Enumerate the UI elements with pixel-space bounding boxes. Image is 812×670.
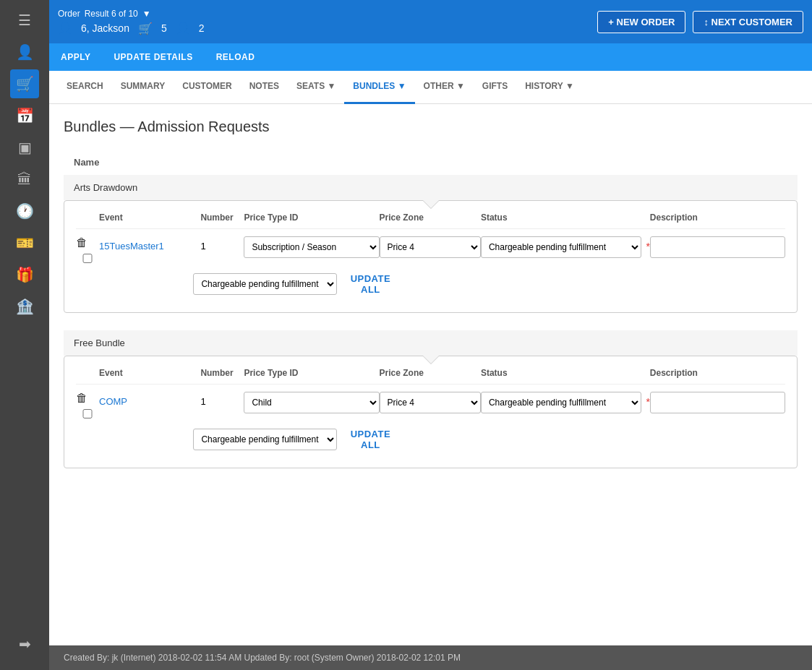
bundle-col-headers-1: Event Number Price Type ID Price Zone St…: [76, 368, 785, 385]
user-icon[interactable]: 👤: [10, 38, 39, 66]
customer-name: 6, Jackson: [81, 22, 129, 34]
col-price-type-header-1: Price Type ID: [244, 368, 379, 378]
col-event-header-1: Event: [99, 368, 200, 378]
col-event-header: Event: [99, 212, 200, 223]
clock-icon[interactable]: 🕐: [10, 197, 39, 226]
row-status-1: Chargeable pending fulfillment Fulfilled…: [481, 392, 650, 413]
row-price-zone-1: Price 4 Price 3 Price 2 Price 1: [380, 392, 481, 413]
apply-button[interactable]: APPLY: [58, 46, 93, 68]
order-info: Order Result 6 of 10 ▼: [58, 9, 205, 19]
logout-icon[interactable]: ➡: [10, 630, 39, 658]
status-select-1[interactable]: Chargeable pending fulfillment Fulfilled…: [481, 392, 642, 413]
cart-icon[interactable]: 🛒: [10, 69, 39, 98]
chevron-down-icon[interactable]: ▼: [142, 9, 151, 19]
page-content: Bundles — Admission Requests Name Arts D…: [49, 104, 812, 645]
update-all-inner-0: Chargeable pending fulfillment Fulfilled…: [99, 270, 398, 298]
bundle-table-1: Event Number Price Type ID Price Zone St…: [64, 356, 798, 468]
delete-icon-1[interactable]: 🗑: [76, 392, 99, 405]
row-price-type-1: Child Subscription / Season Adult COMP: [244, 392, 379, 413]
bundle-table-0: Event Number Price Type ID Price Zone St…: [64, 200, 798, 313]
bundle-name-1: Free Bundle: [64, 330, 798, 356]
row-event-1[interactable]: COMP: [99, 392, 200, 407]
update-all-status-select-1[interactable]: Chargeable pending fulfillment Fulfilled…: [193, 429, 337, 450]
dashboard-icon[interactable]: ▣: [10, 133, 39, 162]
tab-other[interactable]: OTHER ▼: [415, 71, 474, 104]
bundle-section-0: Name Arts Drawdown Event Number Price Ty…: [64, 150, 798, 313]
topbar-buttons: + NEW ORDER ↕ NEXT CUSTOMER: [597, 11, 803, 33]
description-input-0[interactable]: [650, 236, 785, 258]
delete-icon[interactable]: 🗑: [76, 236, 99, 249]
tab-gifts[interactable]: GIFTS: [474, 71, 516, 104]
col-desc-header-1: Description: [650, 368, 785, 378]
page-title: Bundles — Admission Requests: [64, 119, 798, 135]
sidebar: ☰ 👤 🛒 📅 ▣ 🏛 🕐 🎫 🎁 🏦 ➡: [0, 0, 49, 670]
col-number-header: Number: [200, 212, 244, 223]
update-all-button-1[interactable]: UPDATE ALL: [343, 426, 398, 453]
bank-icon[interactable]: 🏦: [10, 292, 39, 321]
tab-seats[interactable]: SEATS ▼: [288, 71, 344, 104]
tab-bundles[interactable]: BUNDLES ▼: [344, 71, 414, 104]
update-all-status-select-0[interactable]: Chargeable pending fulfillment Fulfilled…: [193, 273, 337, 295]
footer: Created By: jk (Internet) 2018-02-02 11:…: [49, 645, 812, 670]
tab-customer[interactable]: CUSTOMER: [174, 71, 240, 104]
status-select-0[interactable]: Chargeable pending fulfillment Fulfilled…: [481, 236, 642, 258]
price-zone-select-1[interactable]: Price 4 Price 3 Price 2 Price 1: [380, 392, 481, 413]
update-details-button[interactable]: UPDATE DETAILS: [111, 46, 195, 68]
building-icon[interactable]: 🏛: [10, 165, 39, 194]
topbar: Order Result 6 of 10 ▼ 👤 6, Jackson 🛒 5 …: [49, 0, 812, 43]
gift-icon[interactable]: 🎁: [10, 260, 39, 289]
col-number-header-1: Number: [200, 368, 244, 378]
topbar-left: Order Result 6 of 10 ▼ 👤 6, Jackson 🛒 5 …: [58, 9, 205, 35]
tab-summary[interactable]: SUMMARY: [112, 71, 174, 104]
tag-icon[interactable]: 🎫: [10, 228, 39, 257]
update-all-row-0: Chargeable pending fulfillment Fulfilled…: [76, 263, 785, 301]
bundle-name-0: Arts Drawdown: [64, 175, 798, 200]
menu-icon[interactable]: ☰: [10, 6, 39, 35]
update-all-row-1: Chargeable pending fulfillment Fulfilled…: [76, 418, 785, 456]
price-type-select-1[interactable]: Child Subscription / Season Adult COMP: [244, 392, 379, 413]
seats-icon: 👤: [176, 22, 190, 35]
tab-notes[interactable]: NOTES: [241, 71, 288, 104]
update-all-inner-1: Chargeable pending fulfillment Fulfilled…: [99, 426, 398, 453]
row-event-0[interactable]: 15TuesMaster1: [99, 236, 200, 252]
price-zone-select-0[interactable]: Price 4 Price 3 Price 2 Price 1: [380, 236, 481, 258]
row-number-1: 1: [200, 392, 244, 407]
row-del-0: 🗑: [76, 236, 99, 263]
reload-button[interactable]: RELOAD: [213, 46, 258, 68]
order-label: Order: [58, 9, 80, 19]
next-customer-button[interactable]: ↕ NEXT CUSTOMER: [693, 11, 803, 33]
actionbar: APPLY UPDATE DETAILS RELOAD: [49, 43, 812, 71]
col-status-header-1: Status: [481, 368, 650, 378]
new-order-button[interactable]: + NEW ORDER: [597, 11, 685, 33]
footer-text: Created By: jk (Internet) 2018-02-02 11:…: [64, 653, 461, 663]
row-del-1: 🗑: [76, 392, 99, 418]
bundle-name-header: Name: [64, 150, 798, 175]
tab-search[interactable]: SEARCH: [58, 71, 112, 104]
col-price-type-header: Price Type ID: [244, 212, 379, 223]
tabbar: SEARCH SUMMARY CUSTOMER NOTES SEATS ▼ BU…: [49, 71, 812, 104]
row-checkbox-1[interactable]: [76, 409, 99, 418]
table-row: 🗑 15TuesMaster1 1 Subscription / Season …: [76, 229, 785, 263]
update-all-button-0[interactable]: UPDATE ALL: [343, 270, 398, 298]
col-status-header: Status: [481, 212, 650, 223]
seats-count: 2: [199, 22, 205, 34]
result-label: Result 6 of 10: [85, 9, 138, 19]
col-desc-header: Description: [650, 212, 785, 223]
price-type-select-0[interactable]: Subscription / Season Child Adult COMP: [244, 236, 379, 258]
main-content: Order Result 6 of 10 ▼ 👤 6, Jackson 🛒 5 …: [49, 0, 812, 670]
row-checkbox-0[interactable]: [76, 254, 99, 263]
row-desc-1: [650, 392, 785, 413]
row-price-type-0: Subscription / Season Child Adult COMP: [244, 236, 379, 258]
col-price-zone-header-1: Price Zone: [380, 368, 481, 378]
customer-person-icon: 👤: [58, 22, 72, 35]
tab-history[interactable]: HISTORY ▼: [516, 71, 583, 104]
description-input-1[interactable]: [650, 392, 785, 413]
col-price-zone-header: Price Zone: [380, 212, 481, 223]
row-status-0: Chargeable pending fulfillment Fulfilled…: [481, 236, 650, 258]
row-desc-0: [650, 236, 785, 258]
table-row: 🗑 COMP 1 Child Subscription / Season Adu…: [76, 385, 785, 418]
row-number-0: 1: [200, 236, 244, 252]
bundle-col-headers-0: Event Number Price Type ID Price Zone St…: [76, 212, 785, 229]
bundle-section-1: Free Bundle Event Number Price Type ID P…: [64, 330, 798, 468]
calendar-icon[interactable]: 📅: [10, 101, 39, 130]
